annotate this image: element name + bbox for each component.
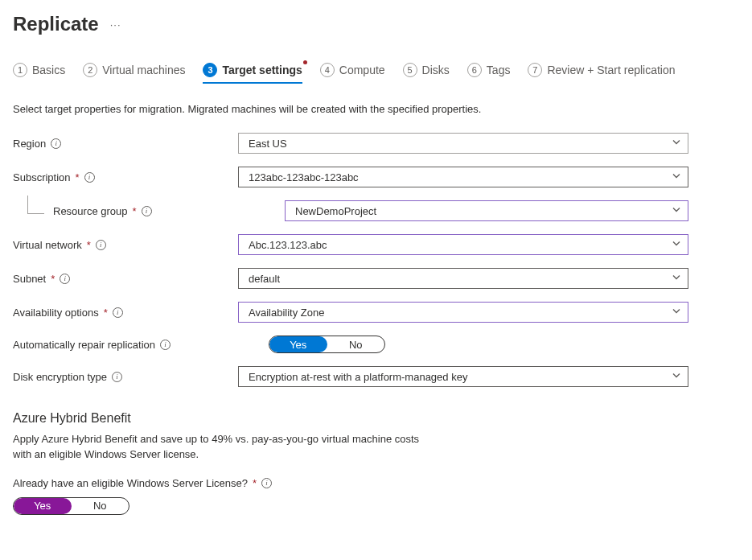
chevron-down-icon — [672, 371, 681, 383]
availability-label: Availability options — [13, 307, 99, 319]
tab-compute[interactable]: 4 Compute — [320, 63, 385, 84]
auto-repair-toggle[interactable]: Yes No — [269, 336, 385, 353]
step-number: 2 — [83, 63, 97, 77]
region-value: East US — [249, 138, 287, 150]
tab-label: Tags — [487, 64, 511, 76]
info-icon[interactable]: i — [142, 206, 152, 216]
more-options-icon[interactable]: ··· — [110, 19, 121, 31]
info-icon[interactable]: i — [113, 307, 123, 318]
chevron-down-icon — [672, 239, 681, 251]
region-select[interactable]: East US — [238, 133, 688, 154]
region-label: Region — [13, 138, 46, 150]
tab-label: Disks — [422, 64, 450, 76]
chevron-down-icon — [672, 273, 681, 285]
info-icon[interactable]: i — [51, 138, 61, 149]
step-number: 5 — [403, 63, 417, 77]
required-indicator: * — [76, 171, 80, 183]
auto-repair-yes[interactable]: Yes — [269, 336, 327, 352]
hybrid-license-no[interactable]: No — [72, 498, 129, 514]
required-indicator: * — [253, 477, 257, 489]
virtual-network-label: Virtual network — [13, 239, 82, 251]
subnet-select[interactable]: default — [238, 268, 688, 289]
required-indicator: * — [87, 239, 91, 251]
subnet-value: default — [249, 273, 280, 285]
disk-encryption-label: Disk encryption type — [13, 371, 107, 383]
tab-target-settings[interactable]: 3 Target settings — [203, 63, 302, 84]
resource-group-label: Resource group — [53, 205, 128, 217]
step-number: 4 — [320, 63, 335, 77]
availability-select[interactable]: Availability Zone — [238, 302, 688, 323]
disk-encryption-select[interactable]: Encryption at-rest with a platform-manag… — [238, 366, 688, 387]
chevron-down-icon — [672, 138, 681, 150]
subscription-label: Subscription — [13, 171, 71, 183]
info-icon[interactable]: i — [160, 340, 171, 350]
step-number: 7 — [528, 63, 542, 77]
hybrid-license-question: Already have an eligible Windows Server … — [13, 477, 248, 489]
step-number: 3 — [203, 63, 217, 77]
tab-disks[interactable]: 5 Disks — [403, 63, 450, 84]
auto-repair-no[interactable]: No — [327, 336, 385, 352]
auto-repair-label: Automatically repair replication — [13, 339, 155, 351]
hybrid-benefit-description: Apply Azure Hybrid Benefit and save up t… — [13, 432, 463, 463]
info-icon[interactable]: i — [84, 172, 95, 183]
tab-label: Compute — [339, 64, 385, 76]
page-title: Replicate — [13, 13, 99, 35]
attention-dot-icon — [303, 60, 307, 64]
info-icon[interactable]: i — [112, 372, 122, 382]
step-number: 1 — [13, 63, 27, 77]
chevron-down-icon — [672, 171, 681, 183]
tab-basics[interactable]: 1 Basics — [13, 63, 65, 84]
resource-group-value: NewDemoProject — [295, 205, 376, 217]
tab-label: Target settings — [222, 64, 302, 76]
chevron-down-icon — [672, 307, 681, 319]
chevron-down-icon — [672, 205, 681, 217]
tab-review-start[interactable]: 7 Review + Start replication — [528, 63, 675, 84]
tab-label: Basics — [32, 64, 65, 76]
wizard-tabs: 1 Basics 2 Virtual machines 3 Target set… — [13, 63, 739, 84]
subscription-value: 123abc-123abc-123abc — [249, 171, 359, 183]
availability-value: Availability Zone — [249, 307, 324, 319]
required-indicator: * — [51, 273, 55, 285]
instruction-text: Select target properties for migration. … — [13, 103, 739, 115]
info-icon[interactable]: i — [261, 478, 272, 488]
info-icon[interactable]: i — [96, 240, 106, 250]
hybrid-license-toggle[interactable]: Yes No — [13, 497, 129, 515]
virtual-network-select[interactable]: Abc.123.123.abc — [238, 234, 688, 255]
tab-label: Virtual machines — [102, 64, 185, 76]
step-number: 6 — [467, 63, 482, 77]
hybrid-benefit-title: Azure Hybrid Benefit — [13, 411, 739, 426]
required-indicator: * — [133, 205, 137, 217]
info-icon[interactable]: i — [60, 274, 70, 284]
tab-virtual-machines[interactable]: 2 Virtual machines — [83, 63, 185, 84]
required-indicator: * — [104, 307, 108, 319]
disk-encryption-value: Encryption at-rest with a platform-manag… — [249, 371, 467, 383]
hybrid-license-yes[interactable]: Yes — [14, 498, 72, 514]
subscription-select[interactable]: 123abc-123abc-123abc — [238, 167, 688, 187]
subnet-label: Subnet — [13, 273, 46, 285]
tab-tags[interactable]: 6 Tags — [467, 63, 511, 84]
tab-label: Review + Start replication — [547, 64, 675, 76]
virtual-network-value: Abc.123.123.abc — [249, 239, 327, 251]
resource-group-select[interactable]: NewDemoProject — [285, 200, 688, 221]
